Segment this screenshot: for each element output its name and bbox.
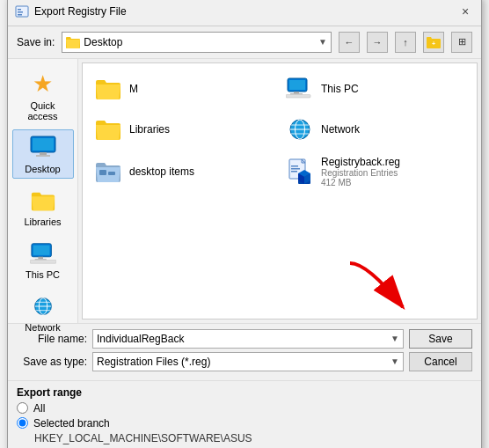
toolbar: Save in: Desktop ▼ ← → ↑ — [8, 26, 481, 59]
file-item-size: 412 MB — [321, 178, 465, 187]
forward-button[interactable]: → — [367, 32, 388, 53]
folder-desktop-items-icon — [94, 158, 122, 186]
dialog-title: Export Registry File — [34, 5, 127, 18]
title-bar-left: Export Registry File — [15, 4, 127, 18]
svg-rect-20 — [289, 80, 305, 90]
file-item-name: M — [129, 83, 274, 95]
svg-rect-23 — [286, 94, 310, 98]
sidebar-libraries-label: Libraries — [24, 217, 61, 227]
title-bar: Export Registry File × — [8, 0, 481, 26]
svg-rect-1 — [18, 9, 21, 11]
sidebar-item-desktop[interactable]: Desktop — [12, 129, 74, 179]
this-pc-file-icon — [286, 75, 314, 103]
sidebar-item-quick-access[interactable]: ★ Quick access — [12, 66, 74, 126]
filename-dropdown-arrow-icon: ▼ — [390, 334, 399, 343]
save-in-combo[interactable]: Desktop ▼ — [62, 32, 332, 53]
list-item[interactable]: Network — [281, 111, 470, 148]
sidebar: ★ Quick access Deskt — [8, 59, 78, 323]
save-button[interactable]: Save — [409, 329, 472, 349]
folder-libraries-icon — [94, 115, 122, 143]
network-icon — [29, 292, 57, 320]
svg-rect-2 — [18, 11, 23, 13]
sidebar-item-this-pc[interactable]: This PC — [12, 235, 74, 284]
forward-icon: → — [373, 37, 383, 48]
quick-access-icon: ★ — [29, 70, 57, 99]
filename-label: File name: — [17, 333, 87, 345]
main-area: ★ Quick access Deskt — [8, 59, 481, 323]
close-button[interactable]: × — [456, 3, 474, 20]
svg-rect-30 — [108, 172, 115, 175]
svg-rect-21 — [294, 92, 299, 93]
network-file-icon — [286, 115, 314, 143]
sidebar-item-network[interactable]: Network — [12, 288, 74, 337]
this-pc-icon — [29, 239, 57, 268]
sidebar-item-libraries[interactable]: Libraries — [12, 182, 74, 231]
all-label: All — [33, 402, 45, 415]
up-icon: ↑ — [403, 37, 408, 48]
cancel-button[interactable]: Cancel — [409, 352, 472, 371]
svg-rect-13 — [30, 260, 56, 263]
all-radio-row: All — [17, 402, 472, 415]
svg-rect-11 — [38, 256, 43, 258]
desktop-icon — [29, 134, 57, 162]
svg-rect-32 — [291, 165, 298, 167]
svg-rect-3 — [18, 14, 22, 16]
savetype-combo[interactable]: Registration Files (*.reg) ▼ — [92, 352, 404, 371]
new-folder-button[interactable]: + — [423, 32, 444, 53]
svg-rect-29 — [99, 170, 106, 175]
branch-path: HKEY_LOCAL_MACHINE\SOFTWARE\ASUS — [17, 432, 472, 444]
bottom-area: File name: IndividualRegBack ▼ Save Save… — [8, 323, 481, 380]
filename-row: File name: IndividualRegBack ▼ Save — [17, 329, 472, 349]
up-button[interactable]: ↑ — [395, 32, 416, 53]
savetype-label: Save as type: — [17, 356, 87, 368]
selected-radio-row: Selected branch — [17, 417, 472, 430]
back-icon: ← — [345, 37, 354, 48]
list-item[interactable]: This PC — [281, 70, 470, 107]
file-item-sub: Registration Entries — [321, 168, 465, 178]
export-range-title: Export range — [17, 386, 472, 399]
selected-branch-radio[interactable] — [17, 417, 28, 429]
dialog-icon — [15, 4, 29, 18]
svg-rect-7 — [40, 152, 47, 155]
new-folder-icon: + — [427, 36, 441, 48]
registry-file-icon — [286, 158, 314, 186]
export-registry-dialog: Export Registry File × Save in: Desktop … — [7, 0, 482, 448]
save-in-value: Desktop — [84, 36, 315, 48]
view-button[interactable]: ⊞ — [451, 32, 472, 53]
selected-label: Selected branch — [33, 417, 110, 430]
sidebar-this-pc-label: This PC — [26, 269, 60, 280]
libraries-icon — [29, 187, 57, 215]
export-range: Export range All Selected branch HKEY_LO… — [8, 380, 481, 449]
list-item[interactable]: desktop items — [90, 151, 278, 192]
savetype-dropdown-arrow-icon: ▼ — [390, 356, 399, 366]
list-item[interactable]: Registryback.reg Registration Entries 41… — [281, 151, 470, 192]
view-icon: ⊞ — [458, 36, 466, 48]
svg-rect-33 — [291, 168, 300, 170]
file-item-name: Network — [321, 123, 465, 136]
svg-rect-8 — [36, 155, 50, 157]
filename-value: IndividualRegBack — [97, 333, 390, 345]
sidebar-desktop-label: Desktop — [25, 164, 60, 174]
file-item-name: desktop items — [129, 165, 274, 178]
file-list: M This PC — [82, 62, 478, 319]
folder-m-icon — [94, 75, 122, 103]
save-in-label: Save in: — [17, 36, 55, 48]
filename-combo[interactable]: IndividualRegBack ▼ — [92, 329, 404, 349]
svg-rect-34 — [291, 171, 297, 173]
savetype-value: Registration Files (*.reg) — [97, 356, 390, 368]
back-button[interactable]: ← — [339, 32, 360, 53]
sidebar-network-label: Network — [25, 322, 60, 333]
svg-text:+: + — [432, 40, 435, 47]
savetype-row: Save as type: Registration Files (*.reg)… — [17, 352, 472, 371]
all-radio[interactable] — [17, 402, 28, 414]
file-item-name: Registryback.reg — [321, 156, 465, 168]
file-item-name: This PC — [321, 83, 465, 95]
svg-rect-6 — [33, 138, 54, 151]
list-item[interactable]: Libraries — [90, 111, 278, 148]
svg-rect-10 — [33, 245, 49, 254]
dropdown-arrow-icon: ▼ — [318, 37, 327, 47]
list-item[interactable]: M — [90, 70, 278, 107]
sidebar-quick-access-label: Quick access — [15, 100, 71, 121]
folder-icon — [66, 36, 80, 48]
file-item-name: Libraries — [129, 123, 274, 136]
